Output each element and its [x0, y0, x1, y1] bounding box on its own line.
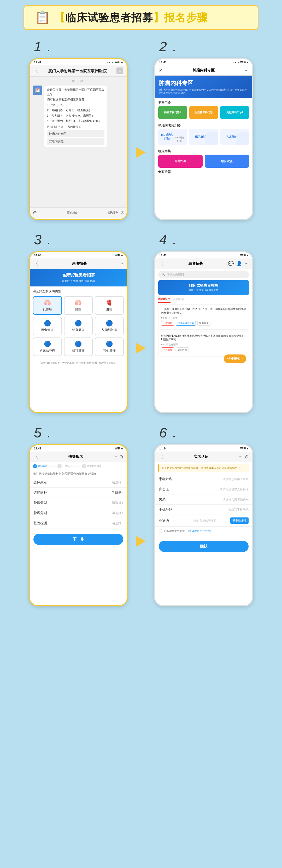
- dot-2: ②: [58, 464, 62, 468]
- time-6: 14:24: [159, 447, 167, 450]
- disease-select: 请选择您的疾病类型 🫁 乳腺癌 🫁 肺癌 🫀 肝癌 �: [30, 286, 127, 359]
- back-icon-4[interactable]: 〈: [159, 260, 164, 267]
- disease-lung[interactable]: 🫁 肺癌: [64, 296, 93, 315]
- form-row-cancer[interactable]: 选择癌种 乳腺癌 ›: [30, 488, 127, 498]
- s3-banner-sub: 最新疗法·免费用药·自愿参加: [33, 279, 123, 283]
- s6-get-verify-btn[interactable]: 获取验证码: [230, 518, 249, 524]
- s6-row-id[interactable]: 身份证 请填写患者本人身份证: [155, 484, 252, 494]
- s4-banner-sub: 最新疗法·免费用药·自愿参加: [162, 288, 245, 292]
- disease-urinary[interactable]: 🔵 泌尿系肿瘤: [33, 338, 62, 356]
- dot-3: ③: [82, 464, 86, 468]
- progress-label-1: 填写资料: [38, 465, 47, 468]
- more-icon[interactable]: ···: [245, 68, 249, 73]
- more-services-label[interactable]: 更多服务: [39, 211, 105, 215]
- avatar-icon[interactable]: 人: [116, 67, 123, 74]
- next-btn[interactable]: 下一步: [33, 534, 123, 545]
- gastro-icon: 🔵: [44, 320, 51, 327]
- value-gene: 请选择 ›: [112, 521, 123, 526]
- header-icon: 📋: [35, 10, 50, 25]
- bracket-open: 【: [55, 12, 66, 23]
- s6-label-name: 患者姓名: [159, 477, 180, 482]
- step-3-col: 3． 14:04 WiFi ■ 〈 患者招募 ⌂ 临床试验患者招募 最新疗法·免…: [29, 231, 128, 413]
- more-services-icon[interactable]: ⊕: [33, 210, 37, 216]
- drug-cards-row: 用药指导 临床试验: [158, 155, 249, 168]
- s6-placeholder-phone: 请填写手机号码: [228, 508, 249, 512]
- form-row-type[interactable]: 肿瘤分型 请选择 ›: [30, 498, 127, 508]
- s6-agreement[interactable]: 已阅读全文并同意 《患者检查用户协议》: [155, 527, 252, 535]
- step-2-number: 2．: [154, 38, 180, 56]
- disease-grid: 🫁 乳腺癌 🫁 肺癌 🫀 肝癌 🔵 胃食管癌: [33, 296, 124, 356]
- more-icon-6[interactable]: ···: [239, 454, 243, 460]
- back-icon-3[interactable]: 〈: [33, 260, 38, 267]
- disease-liver[interactable]: 🫀 肝癌: [95, 296, 124, 315]
- tag-status: 报名状态: [198, 321, 210, 326]
- close-icon[interactable]: ✕: [159, 67, 163, 73]
- card-1[interactable]: 肿瘤专科门诊E: [158, 106, 187, 119]
- disease-breast[interactable]: 🫁 乳腺癌: [33, 296, 62, 315]
- back-arrow[interactable]: 〈: [33, 68, 38, 74]
- s6-label-phone: 手机号码: [159, 507, 180, 512]
- right-arrow-1: [136, 147, 146, 158]
- form-row-patient[interactable]: 选择患者 请选择 ›: [30, 477, 127, 488]
- tab-breast[interactable]: 乳腺癌 ▼: [158, 297, 171, 303]
- rare-card-2[interactable]: HER2靶点门诊: [189, 129, 218, 145]
- trial-title-2: 评价HMPL-012联合培唑单抗单药治疗晚期实体瘤患者的疗效和安全性的III期临…: [161, 334, 246, 341]
- circle-icon-5[interactable]: ⊙: [119, 454, 123, 460]
- drug-card-guidance[interactable]: 用药指导: [158, 155, 203, 168]
- s6-row-name[interactable]: 患者姓名 请填写患者本人姓名: [155, 474, 252, 484]
- card-2[interactable]: 金质量专科门诊: [189, 106, 218, 119]
- disease-other[interactable]: 🔵 其他肿瘤: [95, 338, 124, 356]
- circle-icon-6[interactable]: ⊙: [245, 454, 249, 460]
- disease-headneck[interactable]: 🔵 头颈部肿瘤: [95, 317, 124, 335]
- fast-register-btn[interactable]: 快捷报名 >: [224, 354, 246, 363]
- s6-row-relation[interactable]: 关系 请选择与患者的关系: [155, 494, 252, 505]
- s6-input-verify[interactable]: 请输入短信验证码: [193, 519, 216, 523]
- disease-gyn[interactable]: 🔵 妇科肿瘤: [64, 338, 93, 356]
- tab-other[interactable]: 其他试验: [173, 297, 185, 303]
- value-cancer: 乳腺癌 ›: [112, 491, 123, 495]
- person-icon-4[interactable]: 👤: [236, 261, 242, 267]
- s3-banner-title: 临床试验患者招募: [33, 273, 123, 278]
- internet-hospital-btn[interactable]: 互联网医院: [47, 138, 104, 145]
- disease-gastro[interactable]: 🔵 胃食管癌: [33, 317, 62, 335]
- home-icon-3[interactable]: ⌂: [120, 261, 123, 267]
- wechat-header-1: 〈 厦门大学附属第一医院互联网医院 人: [30, 65, 127, 76]
- card-3[interactable]: 黄疸专科门诊I: [220, 106, 249, 119]
- tumor-dept-btn[interactable]: 肿瘤内科专区: [47, 130, 104, 137]
- search-icon-4: 🔍: [162, 273, 165, 276]
- drug-card-trial[interactable]: 临床试验: [205, 155, 249, 168]
- form-row-gene[interactable]: 基因检测 请选择 ›: [30, 518, 127, 528]
- search-bar-4[interactable]: 🔍 请输入关键词: [158, 271, 249, 278]
- status-icons-5: WiFi ■: [115, 447, 123, 450]
- step-5-col: 5． 11:42 WiFi ■ 〈 快捷报名 ··· ⊙ ①: [29, 424, 128, 607]
- back-icon-5[interactable]: 〈: [33, 454, 38, 460]
- step-1-col: 1． 11:41 ▲▲▲ WiFi ■ 〈 厦门大学附属第一医院互联网医院 人 …: [29, 38, 128, 220]
- rare-card-3[interactable]: ALK靶点门诊: [220, 129, 249, 145]
- status-bar-3: 14:04 WiFi ■: [30, 252, 127, 258]
- s6-placeholder-relation: 请选择与患者的关系: [223, 498, 249, 501]
- s6-row-phone[interactable]: 手机号码 请填写手机号码: [155, 505, 252, 515]
- rare-card-1[interactable]: MET靶点门诊 MET靶点 门诊: [158, 129, 187, 145]
- citizen-services-label[interactable]: 便民服务: [108, 211, 118, 215]
- disease-label-headneck: 头颈部肿瘤: [102, 328, 117, 332]
- s6-header: 〈 实名认证 ··· ⊙: [155, 452, 252, 462]
- step-2-col: 2． 11:41 ▲▲▲ WiFi ■ ✕ 肿瘤内科专区 ··· 肿瘤内科专区 …: [154, 38, 253, 220]
- disease-colon[interactable]: 🔵 结直肠癌: [64, 317, 93, 335]
- confirm-btn[interactable]: 确认: [159, 541, 249, 552]
- s5-form-title: 我们将根据病情资料为您匹配适合的新药临床试验: [30, 470, 127, 477]
- more-icon-5[interactable]: ···: [113, 454, 117, 460]
- progress-line-2: [73, 466, 81, 466]
- chat-body-1: 周三 15:41 🏥 欢迎关注厦门大学附属第一医院互联网医院公众号！ 您可根据需…: [30, 76, 127, 208]
- back-icon-6[interactable]: 〈: [159, 454, 164, 460]
- arrow-3: [133, 536, 149, 547]
- header-banner: 📋 【临床试验患者招募】报名步骤: [24, 5, 258, 30]
- agreement-checkbox[interactable]: [159, 529, 163, 533]
- chat-icon-4[interactable]: 💬: [228, 261, 234, 267]
- trial-meta-2: ■ III 期 主任医师: [161, 343, 246, 346]
- s6-row-verify: 验证码 请输入短信验证码 获取验证码: [155, 515, 252, 527]
- form-row-stage[interactable]: 肿瘤分期 请选择 ›: [30, 508, 127, 518]
- s2-banner: 肿瘤内科专区 厦门大学附属第一医院肿瘤内科成立于1998年，1990年开始临床科…: [155, 75, 252, 98]
- more-icon-4[interactable]: ···: [245, 261, 249, 267]
- agreement-link[interactable]: 《患者检查用户协议》: [186, 529, 213, 533]
- status-icons-4: WiFi ■: [240, 254, 248, 257]
